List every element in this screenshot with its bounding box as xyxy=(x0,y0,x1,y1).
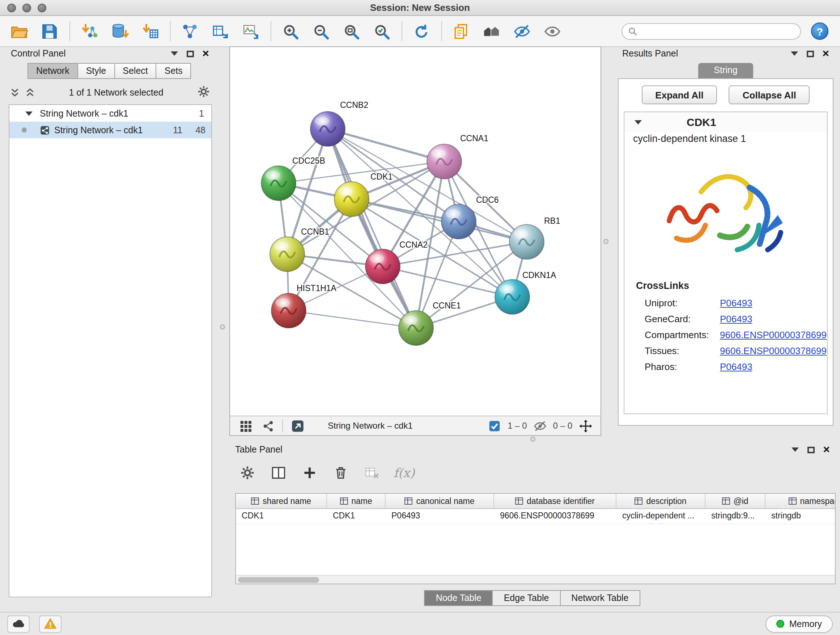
cell-description[interactable]: cyclin-dependent ... xyxy=(616,509,706,524)
network-overview-icon[interactable] xyxy=(260,418,276,434)
warnings-button[interactable] xyxy=(39,615,62,632)
tab-sets[interactable]: Sets xyxy=(156,63,191,79)
compartments-link[interactable]: 9606.ENSP00000378699 xyxy=(720,329,827,340)
export-image-button[interactable] xyxy=(239,19,262,43)
crosslink-label: Pharos: xyxy=(645,361,720,372)
genecard-link[interactable]: P06493 xyxy=(720,313,752,324)
panel-close-icon[interactable]: × xyxy=(822,49,829,58)
panel-float-icon[interactable] xyxy=(806,50,813,57)
memory-button[interactable]: Memory xyxy=(766,615,833,632)
node-label: RB1 xyxy=(544,216,561,226)
table-toolbar: f(x) xyxy=(238,458,415,487)
tab-style[interactable]: Style xyxy=(77,63,115,79)
network-from-table-button[interactable] xyxy=(208,19,232,43)
panel-close-icon[interactable]: × xyxy=(823,445,830,454)
tree-item-network-collection[interactable]: String Network – cdk1 1 xyxy=(9,105,211,122)
network-edge[interactable] xyxy=(289,310,416,328)
floppy-disk-icon xyxy=(40,22,58,40)
delete-column-trash-icon[interactable] xyxy=(332,463,350,482)
column-type-icon xyxy=(635,497,643,505)
column-header-database-identifier[interactable]: database identifier xyxy=(494,494,616,508)
clone-network-button[interactable] xyxy=(178,19,201,43)
show-hidden-button[interactable] xyxy=(540,19,564,43)
copy-network-button[interactable] xyxy=(449,19,472,43)
panel-menu-icon[interactable] xyxy=(791,448,798,452)
open-session-button[interactable] xyxy=(7,19,30,43)
tab-network-table[interactable]: Network Table xyxy=(560,590,640,606)
search-input[interactable] xyxy=(642,26,794,36)
cell-id[interactable]: stringdb:9... xyxy=(706,509,766,524)
import-network-database-button[interactable] xyxy=(108,19,131,43)
network-edge[interactable] xyxy=(383,266,512,297)
column-header-shared-name[interactable]: shared name xyxy=(236,494,327,508)
panel-float-icon[interactable] xyxy=(807,447,814,453)
grid-view-icon[interactable] xyxy=(237,418,253,434)
cell-name[interactable]: CDK1 xyxy=(327,509,386,524)
expand-all-button[interactable]: Expand All xyxy=(641,86,717,104)
panel-float-icon[interactable] xyxy=(186,50,194,57)
selected-checkbox-icon[interactable] xyxy=(486,418,502,434)
column-type-icon xyxy=(251,497,259,505)
birdseye-pan-icon[interactable] xyxy=(577,418,593,434)
column-header-id[interactable]: @id xyxy=(706,494,766,508)
network-canvas[interactable]: CCNB2CCNA1CDC25BCDK1CDC6RB1CCNB1CCNA2CDK… xyxy=(230,47,600,416)
column-header-name[interactable]: name xyxy=(327,494,386,508)
cell-shared-name[interactable]: CDK1 xyxy=(236,509,327,524)
detach-view-icon[interactable] xyxy=(289,418,305,434)
function-builder-icon[interactable]: f(x) xyxy=(393,466,415,480)
panel-close-icon[interactable]: × xyxy=(202,49,209,58)
help-button[interactable]: ? xyxy=(811,22,829,40)
tab-edge-table[interactable]: Edge Table xyxy=(493,590,561,606)
crosslink-label: Uniprot: xyxy=(645,297,720,308)
cloud-status-button[interactable] xyxy=(7,615,30,632)
import-network-file-button[interactable] xyxy=(77,19,101,43)
zoom-fit-button[interactable] xyxy=(339,19,363,43)
zoom-out-button[interactable] xyxy=(309,19,332,43)
horizontal-scrollbar xyxy=(236,575,835,584)
panel-menu-icon[interactable] xyxy=(790,51,798,56)
table-row[interactable]: CDK1 CDK1 P06493 9606.ENSP00000378699 cy… xyxy=(236,509,835,524)
pharos-link[interactable]: P06493 xyxy=(720,361,752,372)
collapse-all-button[interactable]: Collapse All xyxy=(729,86,810,104)
zoom-selected-button[interactable] xyxy=(370,19,393,43)
network-options-gear-icon[interactable] xyxy=(197,85,210,101)
tissues-link[interactable]: 9606.ENSP00000378699 xyxy=(720,345,827,356)
vertical-splitter-handle[interactable] xyxy=(603,239,608,244)
column-header-description[interactable]: description xyxy=(616,494,706,508)
uniprot-link[interactable]: P06493 xyxy=(720,297,752,308)
show-all-button[interactable] xyxy=(480,19,503,43)
horizontal-splitter-handle[interactable] xyxy=(531,437,535,442)
hide-selected-button[interactable] xyxy=(510,19,533,43)
memory-label: Memory xyxy=(789,619,822,629)
add-column-icon[interactable] xyxy=(300,463,319,482)
tab-network[interactable]: Network xyxy=(27,63,78,79)
tab-select[interactable]: Select xyxy=(114,63,156,79)
cell-canonical-name[interactable]: P06493 xyxy=(386,509,494,524)
table-settings-gear-icon[interactable] xyxy=(238,463,257,482)
tree-item-network[interactable]: String Network – cdk1 11 48 xyxy=(9,122,211,138)
vertical-splitter-handle[interactable] xyxy=(220,325,225,329)
select-columns-icon[interactable] xyxy=(269,463,288,482)
network-edge[interactable] xyxy=(328,129,416,328)
cloud-icon xyxy=(11,617,25,631)
zoom-in-button[interactable] xyxy=(279,19,302,43)
column-header-namespace[interactable]: namespace xyxy=(766,494,836,508)
hidden-eye-slash-icon[interactable] xyxy=(532,418,548,434)
import-table-button[interactable] xyxy=(138,19,161,43)
tab-node-table[interactable]: Node Table xyxy=(424,590,493,606)
cell-namespace[interactable]: stringdb xyxy=(766,509,836,524)
horizontal-scrollbar-thumb[interactable] xyxy=(238,577,319,583)
expand-all-icon[interactable] xyxy=(25,87,35,98)
toolbar-separator xyxy=(170,21,171,41)
column-header-canonical-name[interactable]: canonical name xyxy=(386,494,494,508)
tree-collapse-icon[interactable] xyxy=(25,111,33,116)
collapse-all-icon[interactable] xyxy=(9,87,20,98)
network-edge[interactable] xyxy=(352,199,527,242)
section-collapse-icon[interactable] xyxy=(635,120,642,124)
cell-database-identifier[interactable]: 9606.ENSP00000378699 xyxy=(494,509,616,524)
toolbar-separator xyxy=(441,21,442,41)
apply-layout-button[interactable] xyxy=(409,19,433,43)
tab-string[interactable]: String xyxy=(698,63,753,78)
save-session-button[interactable] xyxy=(38,19,61,43)
panel-menu-icon[interactable] xyxy=(171,51,178,56)
